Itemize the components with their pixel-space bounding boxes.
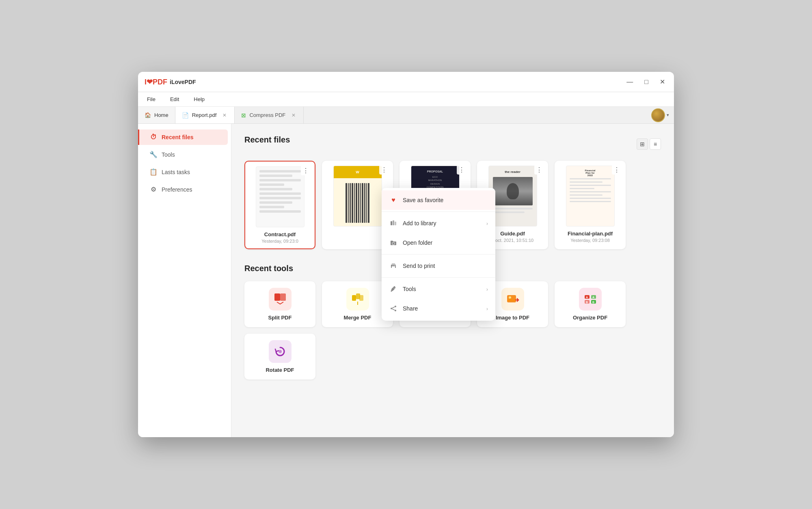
avatar-chevron-icon[interactable]: ▾	[667, 112, 669, 118]
tab-compress[interactable]: ⊠ Compress PDF ✕	[235, 107, 304, 123]
sidebar-item-tools[interactable]: 🔧 Tools	[141, 147, 228, 162]
ctx-print-label: Send to print	[403, 263, 488, 269]
ctx-divider-2	[382, 254, 495, 254]
thumb-line	[259, 183, 284, 186]
file-thumbnail-barcode: W	[333, 166, 382, 226]
ctx-item-share[interactable]: Share ›	[382, 299, 495, 318]
merge-icon-wrap	[346, 288, 369, 311]
printer-svg-icon	[390, 262, 397, 270]
file-more-button-report[interactable]: ⋮	[457, 165, 466, 175]
svg-rect-1	[280, 293, 286, 301]
ctx-tools-label: Tools	[403, 286, 482, 292]
ctx-item-library[interactable]: Add to library ›	[382, 214, 495, 233]
svg-text:B: B	[592, 301, 594, 304]
svg-point-7	[509, 296, 511, 299]
folder-svg-icon	[390, 239, 397, 246]
file-thumbnail-contract	[256, 166, 304, 227]
share-arrow-icon: ›	[486, 306, 488, 312]
recent-files-title: Recent files	[244, 135, 290, 145]
svg-rect-18	[393, 220, 394, 225]
app-window: I❤PDF iLovePDF — □ ✕ File Edit Help 🏠 Ho…	[138, 72, 674, 437]
barcode-bar	[348, 183, 349, 223]
thumb-line	[570, 198, 611, 199]
sidebar-tools-label: Tools	[162, 151, 175, 158]
file-card-contract[interactable]: ⋮	[244, 161, 315, 249]
tool-card-rotate[interactable]: Rotate PDF	[244, 334, 315, 380]
grid-view-button[interactable]: ⊞	[637, 138, 648, 150]
img2pdf-icon-wrap	[501, 288, 524, 311]
list-view-button[interactable]: ≡	[650, 138, 661, 150]
tools-arrow-icon: ›	[486, 286, 488, 292]
title-bar: I❤PDF iLovePDF — □ ✕	[138, 72, 674, 92]
thumb-line	[493, 208, 533, 209]
thumb-line	[259, 188, 293, 190]
file-card-financial[interactable]: ⋮ FinancialPlan for2022	[555, 161, 626, 249]
menu-edit[interactable]: Edit	[168, 95, 181, 104]
menu-help[interactable]: Help	[191, 95, 207, 104]
thumb-line	[259, 179, 301, 181]
menu-file[interactable]: File	[145, 95, 158, 104]
svg-point-28	[391, 308, 392, 309]
recent-icon: ⏱	[149, 134, 158, 141]
split-pdf-icon	[273, 292, 287, 306]
file-more-button-guide[interactable]: ⋮	[534, 165, 544, 175]
tasks-icon: 📋	[149, 168, 158, 176]
tab-report[interactable]: 📄 Report.pdf ✕	[175, 107, 235, 123]
file-date-financial: Yesterday, 09:23:08	[570, 238, 610, 243]
sidebar-item-tasks[interactable]: 📋 Lasts tasks	[141, 164, 228, 180]
close-button[interactable]: ✕	[657, 77, 667, 86]
svg-point-16	[279, 350, 282, 353]
tool-name-rotate: Rotate PDF	[266, 367, 294, 373]
svg-rect-4	[359, 295, 363, 301]
file-more-button-contract[interactable]: ⋮	[301, 166, 311, 175]
avatar-image	[652, 109, 664, 121]
home-icon: 🏠	[145, 112, 151, 118]
tool-card-split[interactable]: Split PDF	[244, 281, 315, 327]
user-avatar[interactable]	[651, 108, 665, 122]
tabs-right: ▾	[651, 108, 674, 122]
file-date-contract: Yesterday, 09:23:0	[261, 239, 298, 244]
svg-rect-17	[391, 221, 392, 225]
ctx-item-favorite[interactable]: ♥ Save as favorite	[382, 190, 495, 210]
svg-point-26	[395, 306, 396, 307]
sidebar-item-recent[interactable]: ⏱ Recent files	[138, 129, 228, 145]
app-logo: I❤PDF iLovePDF	[145, 78, 196, 86]
barcode-bar	[362, 183, 363, 223]
svg-point-24	[395, 265, 395, 266]
barcode-bar	[356, 183, 357, 223]
library-svg-icon	[390, 220, 397, 227]
file-more-button-barcode[interactable]: ⋮	[379, 165, 389, 175]
svg-line-30	[392, 309, 395, 310]
svg-rect-23	[392, 263, 395, 265]
ctx-item-tools[interactable]: Tools ›	[382, 279, 495, 299]
thumb-line	[570, 178, 611, 179]
pdf-icon: 📄	[182, 112, 189, 119]
tools-svg-icon	[390, 285, 397, 293]
ctx-item-folder[interactable]: Open folder	[382, 233, 495, 252]
tool-name-img2pdf: Image to PDF	[496, 315, 529, 321]
file-name-financial: Financial-plan.pdf	[568, 231, 613, 237]
file-date-guide: 2 oct. 2021, 10:51:10	[492, 238, 533, 243]
thumb-lines	[256, 167, 304, 227]
file-more-button-financial[interactable]: ⋮	[612, 165, 622, 175]
ctx-item-print[interactable]: Send to print	[382, 256, 495, 276]
tab-report-label: Report.pdf	[192, 112, 217, 118]
thumb-line	[259, 175, 293, 177]
sidebar-item-prefs[interactable]: ⚙ Preferences	[141, 181, 228, 197]
thumb-line	[493, 211, 525, 213]
tool-name-split: Split PDF	[268, 315, 292, 321]
svg-rect-2	[352, 295, 356, 301]
tab-home[interactable]: 🏠 Home	[138, 107, 175, 123]
prefs-icon: ⚙	[149, 185, 158, 193]
ctx-favorite-label: Save as favorite	[403, 197, 488, 203]
organize-pdf-icon: A A B B	[583, 292, 598, 306]
barcode-bar	[350, 183, 351, 223]
minimize-button[interactable]: —	[624, 78, 635, 86]
tool-name-organize: Organize PDF	[573, 315, 607, 321]
maximize-button[interactable]: □	[642, 78, 651, 86]
img2pdf-icon	[505, 292, 520, 306]
tab-report-close[interactable]: ✕	[221, 112, 228, 119]
tool-card-organize[interactable]: A A B B Organize PDF	[555, 281, 626, 327]
file-thumbnail-financial: FinancialPlan for2022	[566, 166, 615, 226]
tab-compress-close[interactable]: ✕	[290, 112, 297, 119]
